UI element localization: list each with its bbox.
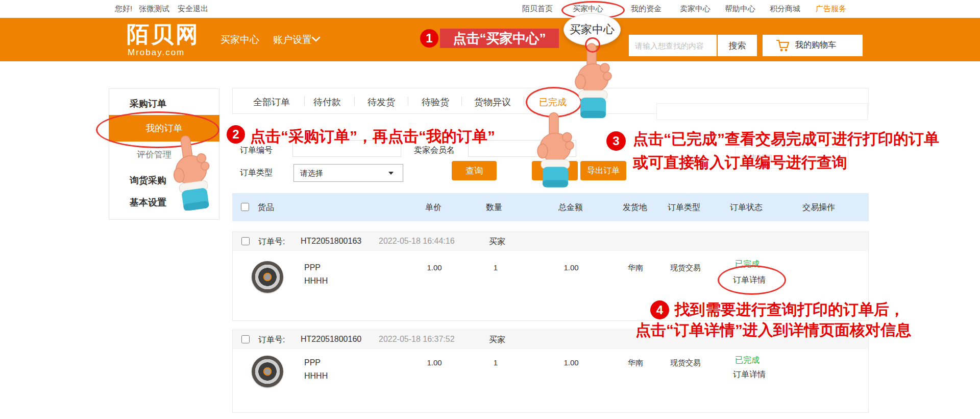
step-badge-2: 2 (227, 125, 245, 144)
product-name-line2: HHHH (304, 371, 328, 381)
table-header: 货品 单价 数量 总金额 发货地 订单类型 订单状态 交易操作 (232, 193, 869, 221)
sidebar-heading-inquiry-purchase[interactable]: 询货采购 (130, 174, 166, 187)
step-badge-4: 4 (650, 300, 669, 319)
order-checkbox[interactable] (241, 237, 250, 245)
step4-text-line1: 找到需要进行查询打印的订单后， (675, 299, 904, 320)
tab-divider (304, 97, 305, 106)
tab-divider (461, 97, 462, 106)
cell-total: 1.00 (538, 358, 604, 367)
sidebar-heading-purchase-orders[interactable]: 采购订单 (130, 98, 166, 110)
cell-unit-price: 1.00 (401, 263, 468, 272)
order-detail-link[interactable]: 订单详情 (716, 369, 782, 380)
tab-pending-inspection[interactable]: 待验货 (422, 96, 449, 108)
chevron-down-icon (311, 36, 321, 42)
topnav-ad-service[interactable]: 广告服务 (816, 4, 846, 14)
col-trade-action: 交易操作 (802, 202, 835, 213)
search-input[interactable] (629, 35, 717, 56)
cell-order-type: 现货交易 (652, 358, 719, 368)
order-group-header: 订单号: HT22051800163 2022-05-18 16:44:16 买… (233, 232, 868, 251)
pointing-hand-icon (165, 133, 216, 211)
order-no-label: 订单号: (258, 335, 285, 345)
order-time: 2022-05-18 16:44:16 (379, 237, 455, 246)
cell-unit-price: 1.00 (401, 358, 468, 367)
greeting-text: 您好! (115, 4, 132, 14)
top-utility-bar: 您好! 张微测试 安全退出 陌贝首页 买家中心 我的资金 卖家中心 帮助中心 积… (0, 0, 980, 18)
topnav-points-mall[interactable]: 积分商城 (770, 4, 800, 14)
header-nav-buyer-center[interactable]: 买家中心 (220, 33, 259, 46)
step-badge-3: 3 (606, 131, 626, 151)
pointing-hand-icon (567, 41, 618, 118)
tab-pending-payment[interactable]: 待付款 (313, 96, 341, 108)
col-ship-from: 发货地 (623, 202, 647, 213)
col-unit-price: 单价 (425, 202, 442, 213)
order-no-value: HT22051800160 (301, 335, 361, 344)
logo-text[interactable]: 陌贝网 (127, 23, 200, 45)
date-start-input[interactable] (656, 103, 868, 120)
order-no-value: HT22051800163 (301, 237, 361, 246)
order-role: 买家 (489, 335, 505, 345)
step1-callout: 点击“买家中心” (440, 29, 559, 48)
red-circle-order-detail (718, 265, 786, 295)
product-image-bearing[interactable] (252, 261, 283, 293)
pointing-hand-icon (529, 109, 580, 189)
cell-order-type: 现货交易 (652, 263, 719, 273)
order-type-label: 订单类型 (240, 168, 273, 178)
product-name-line1[interactable]: PPP (304, 263, 321, 272)
tab-goods-dispute[interactable]: 货物异议 (474, 96, 511, 108)
cart-label: 我的购物车 (795, 40, 836, 51)
step-badge-1: 1 (420, 29, 438, 48)
col-order-type: 订单类型 (668, 202, 700, 213)
col-product: 货品 (258, 202, 274, 213)
cart-icon (775, 38, 790, 53)
order-role: 买家 (489, 237, 505, 247)
select-chevron-icon (388, 172, 394, 175)
product-name-line1[interactable]: PPP (304, 358, 321, 367)
tab-pending-shipment[interactable]: 待发货 (368, 96, 395, 108)
step4-text-line2: 点击“订单详情”进入到详情页面核对信息 (635, 320, 911, 341)
order-time: 2022-05-18 16:37:52 (379, 335, 455, 344)
step3-text-line1: 点击“已完成”查看交易完成可进行打印的订单 (633, 129, 939, 150)
order-type-select[interactable]: 请选择 (293, 164, 403, 182)
header-nav-account-settings[interactable]: 账户设置 (273, 33, 312, 46)
sidebar-heading-basic-settings[interactable]: 基本设置 (130, 196, 166, 208)
select-all-checkbox[interactable] (241, 203, 249, 211)
tab-divider (408, 97, 408, 106)
col-quantity: 数量 (486, 202, 502, 213)
col-order-status: 订单状态 (730, 202, 763, 213)
step3-text-line2: 或可直接输入订单编号进行查询 (633, 152, 847, 173)
logout-link[interactable]: 安全退出 (178, 4, 208, 14)
order-no-label: 订单号: (258, 237, 285, 247)
username-link[interactable]: 张微测试 (139, 4, 169, 14)
tab-divider (524, 97, 524, 106)
cell-quantity: 1 (462, 263, 529, 272)
order-type-value: 请选择 (300, 169, 323, 177)
topnav-my-funds[interactable]: 我的资金 (631, 4, 662, 14)
step2-text: 点击“采购订单”，再点击“我的订单” (250, 126, 495, 147)
cell-quantity: 1 (462, 358, 529, 367)
export-orders-button[interactable]: 导出订单 (580, 161, 626, 180)
tab-divider (354, 97, 355, 106)
click-ring-icon (585, 37, 600, 53)
col-total: 总金额 (558, 202, 583, 213)
cart-button[interactable]: 我的购物车 (763, 35, 863, 56)
search-button[interactable]: 搜索 (718, 35, 757, 56)
tab-all-orders[interactable]: 全部订单 (253, 96, 290, 108)
topnav-help-center[interactable]: 帮助中心 (725, 4, 755, 14)
topnav-home[interactable]: 陌贝首页 (522, 4, 553, 14)
status-completed: 已完成 (714, 355, 780, 366)
logo-subtext: Mrobay.com (128, 48, 185, 58)
product-name-line2: HHHH (304, 276, 328, 286)
order-checkbox[interactable] (241, 335, 250, 343)
order-card: 订单号: HT22051800160 2022-05-18 16:37:52 买… (232, 330, 869, 413)
page: { "colors": { "brand_orange": "#EF8200",… (0, 0, 980, 419)
cell-total: 1.00 (538, 263, 604, 272)
topnav-seller-center[interactable]: 卖家中心 (680, 4, 710, 14)
query-button[interactable]: 查询 (452, 161, 497, 180)
product-image-bearing[interactable] (252, 356, 283, 387)
